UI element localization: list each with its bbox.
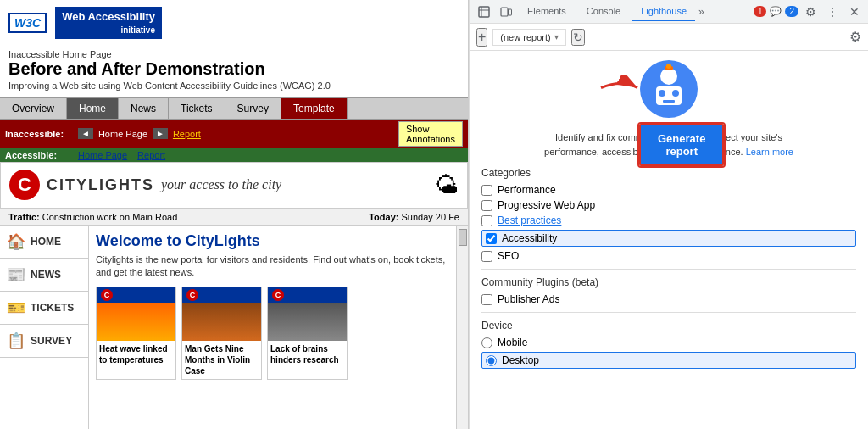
nav-item-survey[interactable]: Survey [225, 98, 281, 119]
lighthouse-toolbar: + (new report) ▾ ↻ ⚙ [470, 24, 868, 51]
tickets-icon: 🎫 [7, 298, 25, 317]
best-practices-label[interactable]: Best practices [498, 214, 561, 226]
main-content: 🏠 HOME 📰 NEWS 🎫 TICKETS 📋 SURVEY Welcome… [0, 226, 468, 429]
seo-checkbox[interactable] [481, 251, 492, 262]
w3c-logo: W3C [8, 13, 47, 33]
nav-item-overview[interactable]: Overview [0, 98, 67, 119]
report-label: (new report) [500, 32, 550, 42]
devtools-device-icon[interactable] [497, 4, 515, 20]
community-section: Community Plugins (beta) Publisher Ads [481, 276, 856, 305]
devtools-more-button[interactable]: ⋮ [823, 3, 843, 20]
news-card-violin-text: Man Gets Nine Months in Violin Case [182, 341, 261, 379]
nav-bar: Overview Home News Tickets Survey Templa… [0, 98, 468, 120]
right-panel: Elements Console Lighthouse » 1 💬 2 ⚙ ⋮ … [469, 0, 868, 429]
home-icon: 🏠 [7, 232, 25, 251]
nav-item-home[interactable]: Home [67, 98, 119, 119]
device-mobile: Mobile [481, 337, 856, 348]
scrollbar[interactable] [456, 226, 468, 429]
traffic-bar: Traffic: Construction work on Main Road … [0, 209, 468, 226]
desktop-label[interactable]: Desktop [502, 354, 539, 366]
devtools-settings-button[interactable]: ⚙ [802, 3, 820, 20]
device-desktop: Desktop [481, 352, 856, 369]
desktop-radio[interactable] [486, 355, 497, 366]
lighthouse-hero: Generate report Identify and fix common … [481, 59, 856, 159]
sidebar-nav-home[interactable]: 🏠 HOME [0, 226, 88, 259]
tickets-label: TICKETS [31, 302, 74, 314]
category-best-practices: Best practices [481, 214, 856, 226]
new-report-plus-button[interactable]: + [476, 28, 487, 47]
seo-label[interactable]: SEO [498, 250, 519, 262]
accessible-label: Accessible: [5, 150, 73, 160]
wai-title-box: Web Accessibility initiative [55, 7, 162, 39]
devtools-close-button[interactable]: ✕ [846, 3, 863, 20]
inaccessible-page: Home Page [95, 129, 151, 139]
nav-item-template[interactable]: Template [281, 98, 348, 119]
weather-icon: 🌤 [435, 171, 459, 199]
pwa-label[interactable]: Progressive Web App [498, 199, 595, 211]
inaccessible-report-link[interactable]: Report [173, 129, 201, 139]
svg-rect-10 [663, 100, 675, 103]
warning-badge: 2 [785, 6, 798, 17]
lighthouse-settings-button[interactable]: ⚙ [849, 29, 861, 45]
accessibility-label[interactable]: Accessibility [502, 232, 557, 244]
news-card-heat-icon: C [101, 289, 113, 301]
nav-right-arrow[interactable]: ► [153, 128, 168, 139]
svg-rect-4 [509, 9, 512, 15]
nav-item-news[interactable]: News [119, 98, 169, 119]
best-practices-checkbox[interactable] [481, 215, 492, 226]
welcome-title: Welcome to CityLights [96, 232, 449, 250]
more-tabs-icon[interactable]: » [698, 6, 704, 18]
devtools-topbar: Elements Console Lighthouse » 1 💬 2 ⚙ ⋮ … [470, 0, 868, 24]
today-text: Today: Sunday 20 Fe [369, 212, 459, 222]
welcome-text: Citylights is the new portal for visitor… [96, 254, 449, 280]
performance-label[interactable]: Performance [498, 184, 556, 196]
news-card-heat-header: C [97, 287, 175, 303]
annotation-box[interactable]: Show Annotations [398, 121, 463, 147]
sidebar-nav-survey[interactable]: 📋 SURVEY [0, 325, 88, 358]
accessible-page-link[interactable]: Home Page [78, 150, 127, 160]
tab-console[interactable]: Console [578, 3, 629, 21]
survey-label: SURVEY [31, 335, 72, 347]
categories-section: Categories Performance Progressive Web A… [481, 167, 856, 262]
page-title-area: Inaccessible Home Page Before and After … [0, 46, 468, 94]
community-publisher-ads: Publisher Ads [481, 293, 856, 305]
mobile-label[interactable]: Mobile [498, 337, 527, 348]
sidebar-nav-news[interactable]: 📰 NEWS [0, 259, 88, 292]
devtools-inspect-icon[interactable] [475, 4, 493, 20]
page-subtitle: Inaccessible Home Page [8, 49, 459, 59]
pwa-checkbox[interactable] [481, 200, 492, 211]
news-card-heat-text: Heat wave linked to temperatures [97, 341, 175, 368]
citylights-banner: C CITYLIGHTS your access to the city 🌤 [0, 162, 468, 209]
news-card-heat-img [97, 303, 175, 341]
access-rows: Inaccessible: ◄ Home Page ► Report Show … [0, 120, 468, 162]
sidebar-nav-tickets[interactable]: 🎫 TICKETS [0, 292, 88, 325]
nav-item-tickets[interactable]: Tickets [169, 98, 225, 119]
news-card-violin: C Man Gets Nine Months in Violin Case [181, 287, 262, 380]
mobile-radio[interactable] [481, 337, 492, 348]
category-pwa: Progressive Web App [481, 199, 856, 211]
generate-arrow [597, 75, 643, 103]
learn-more-link[interactable]: Learn more [746, 147, 793, 157]
svg-point-9 [672, 90, 679, 97]
tab-elements[interactable]: Elements [519, 3, 575, 21]
news-card-brains-icon: C [272, 289, 284, 301]
news-card-violin-header: C [182, 287, 261, 303]
nav-left-arrow[interactable]: ◄ [78, 128, 93, 139]
report-refresh-button[interactable]: ↻ [571, 29, 585, 46]
news-card-brains-header: C [268, 287, 347, 303]
lighthouse-robot-icon [639, 59, 698, 119]
performance-checkbox[interactable] [481, 185, 492, 196]
news-icon: 📰 [7, 265, 25, 284]
publisher-ads-checkbox[interactable] [481, 294, 492, 305]
generate-report-button[interactable]: Generate report [639, 124, 724, 166]
report-dropdown[interactable]: (new report) ▾ [492, 29, 565, 46]
inaccessible-label: Inaccessible: [5, 129, 73, 139]
report-caret-icon: ▾ [554, 32, 559, 42]
publisher-ads-label[interactable]: Publisher Ads [498, 293, 559, 305]
nav-arrows-inaccessible: ◄ Home Page ► [78, 128, 168, 139]
accessibility-checkbox[interactable] [486, 233, 497, 244]
scrollbar-thumb[interactable] [459, 229, 467, 246]
community-title: Community Plugins (beta) [481, 276, 856, 288]
accessible-report-link[interactable]: Report [137, 150, 165, 160]
tab-lighthouse[interactable]: Lighthouse [632, 3, 695, 21]
